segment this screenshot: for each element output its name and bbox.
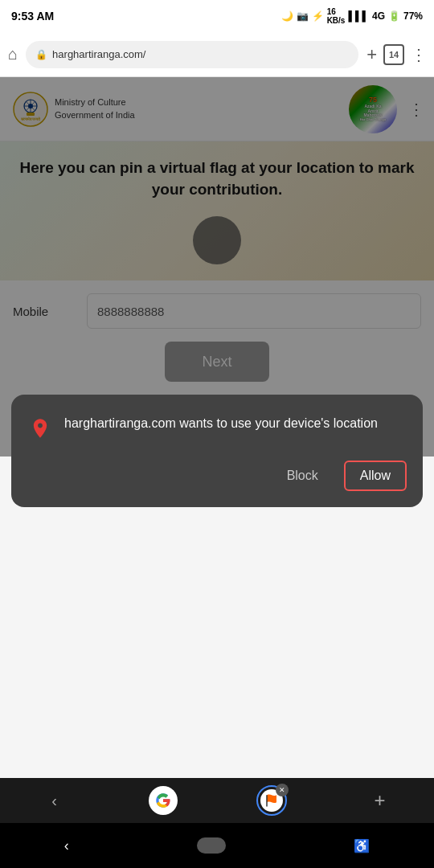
video-icon: 📷 [297,10,309,22]
lock-icon: 🔒 [35,49,47,60]
nav-plus-button[interactable]: + [360,780,400,821]
sys-recents-icon: ♿ [354,839,370,853]
sys-recents-button[interactable]: ♿ [354,838,370,854]
status-bar: 9:53 AM 🌙 📷 ⚡ 16KB/s ▌▌▌ 4G 🔋 77% [0,0,434,32]
battery-icon: 🔋 [388,10,400,22]
back-icon: ‹ [51,792,57,810]
dialog-content: harghartiranga.com wants to use your dev… [27,414,407,441]
nav-active-tab[interactable]: ✕ [252,780,292,821]
close-badge[interactable]: ✕ [276,784,289,796]
signal-icon: ▌▌▌ [348,10,369,22]
moon-icon: 🌙 [281,10,293,22]
sys-back-icon: ‹ [64,837,69,854]
allow-button[interactable]: Allow [344,461,407,491]
nav-google-button[interactable] [143,780,183,821]
google-icon [149,786,178,815]
battery-percent: 77% [403,10,423,22]
flag-mini-icon [264,793,279,808]
status-time: 9:53 AM [11,10,54,23]
dialog-text: harghartiranga.com wants to use your dev… [64,414,378,433]
location-icon [29,417,51,440]
data-speed: 16KB/s [327,7,346,25]
browser-menu-icon[interactable]: ⋮ [411,45,426,64]
status-icons: 🌙 📷 ⚡ 16KB/s ▌▌▌ 4G 🔋 77% [281,7,423,25]
active-tab-icon: ✕ [256,785,287,816]
sys-home-button[interactable] [197,837,226,854]
bottom-nav: ‹ ✕ + [0,778,434,823]
sys-back-button[interactable]: ‹ [64,837,69,854]
new-tab-icon[interactable]: + [366,44,377,65]
tab-count[interactable]: 14 [383,44,404,65]
location-icon-wrap [27,416,53,441]
url-text: harghartiranga.com/ [52,48,145,60]
url-bar[interactable]: 🔒 harghartiranga.com/ [26,41,358,68]
dialog-actions: Block Allow [27,461,407,491]
browser-chrome: ⌂ 🔒 harghartiranga.com/ + 14 ⋮ [0,32,434,77]
nav-back-button[interactable]: ‹ [35,780,75,821]
browser-home-icon[interactable]: ⌂ [8,45,18,63]
browser-actions: + 14 ⋮ [366,44,426,65]
block-button[interactable]: Block [277,461,328,491]
page-content: सत्यमेव जयते Ministry of Culture Governm… [0,77,434,457]
system-nav: ‹ ♿ [0,823,434,868]
plus-icon: + [374,789,385,812]
bluetooth-icon: ⚡ [312,10,324,22]
permission-dialog: harghartiranga.com wants to use your dev… [11,395,423,507]
network-type: 4G [372,10,385,22]
